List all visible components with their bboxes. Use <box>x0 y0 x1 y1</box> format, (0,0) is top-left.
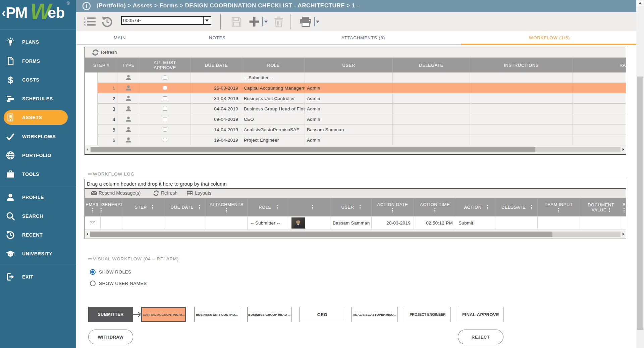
svg-text:1: 1 <box>84 17 86 20</box>
svg-text:3: 3 <box>84 23 86 27</box>
svg-text:$: $ <box>8 75 13 85</box>
svg-text:2: 2 <box>84 20 86 23</box>
